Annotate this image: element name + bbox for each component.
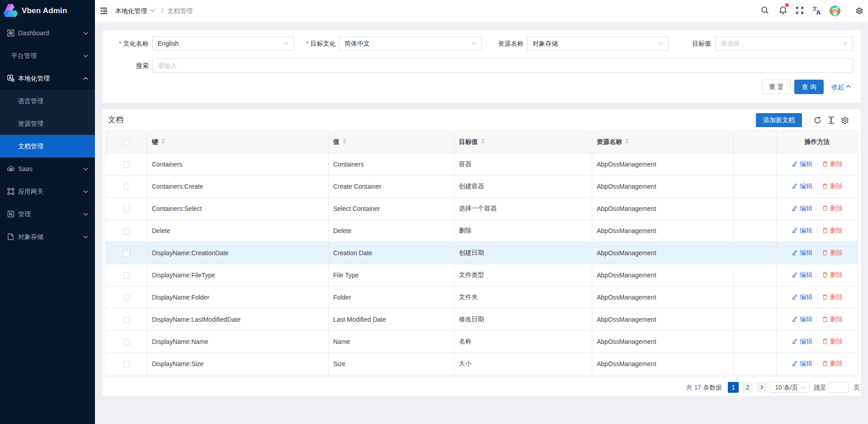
- svg-text:A: A: [816, 9, 821, 15]
